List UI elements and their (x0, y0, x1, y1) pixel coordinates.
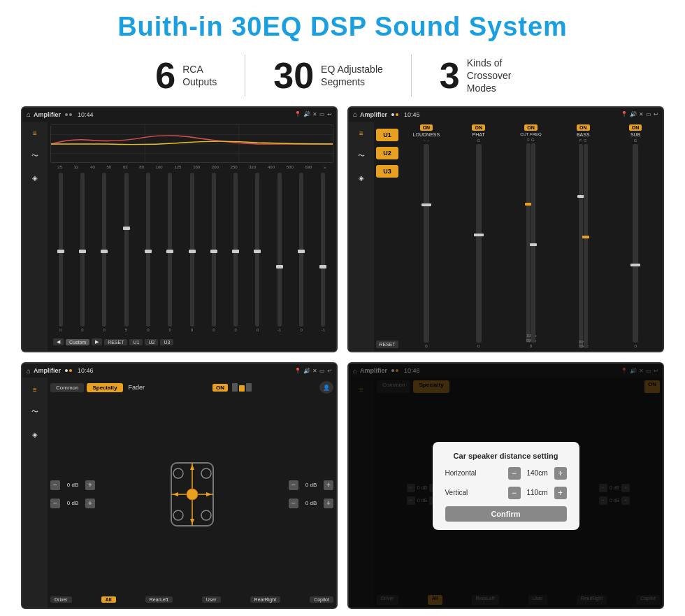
db1-minus[interactable]: − (50, 480, 60, 490)
bass-on[interactable]: ON (577, 124, 590, 131)
slider-track-13[interactable] (321, 173, 325, 327)
status-bar-eq: ⌂ Amplifier 10:44 📍 🔊 ✕ ▭ ↩ (22, 108, 336, 122)
u3-btn-eq[interactable]: U3 (160, 339, 173, 345)
screen-crossover: ⌂ Amplifier 10:45 📍 🔊 ✕ ▭ ↩ ≡ 〜 (347, 106, 664, 353)
db2-minus[interactable]: − (50, 499, 60, 508)
u3-btn-cross[interactable]: U3 (376, 165, 398, 178)
eq-slider-5: 0 (138, 173, 158, 333)
play-btn[interactable]: ▶ (92, 338, 102, 345)
cross-icon-3[interactable]: ◈ (354, 171, 369, 186)
cutfreq-name: CUT FREQ (520, 132, 542, 136)
reset-btn-cross[interactable]: RESET (376, 341, 398, 348)
sub-on[interactable]: ON (629, 124, 642, 131)
phat-track[interactable] (476, 144, 482, 343)
slider-track-2[interactable] (80, 173, 85, 327)
slider-track-5[interactable] (146, 173, 150, 327)
bass-track-f[interactable]: 90Hz 70kHz (579, 144, 583, 349)
cf-freq-2: 80kHz (526, 338, 531, 343)
tab-specialty[interactable]: Specialty (87, 383, 122, 392)
cross-icon-1[interactable]: ≡ (354, 126, 369, 141)
fader-on-badge[interactable]: ON (212, 384, 228, 392)
screen-eq: ⌂ Amplifier 10:44 📍 🔊 ✕ ▭ ↩ ≡ 〜 (21, 106, 338, 353)
db3-plus[interactable]: + (324, 480, 333, 490)
db3-minus[interactable]: − (289, 480, 298, 490)
slider-track-3[interactable] (102, 173, 106, 327)
back-icon-cross: ↩ (654, 111, 658, 117)
eq-icon-2[interactable]: 〜 (27, 148, 43, 164)
screen-dialog: ⌂ Amplifier 10:46 📍 🔊 ✕ ▭ ↩ ≡ (347, 362, 664, 609)
cross-icon-2[interactable]: 〜 (354, 148, 369, 164)
u2-btn-cross[interactable]: U2 (376, 147, 398, 159)
u1-btn-cross[interactable]: U1 (376, 129, 398, 141)
eq-sidebar: ≡ 〜 ◈ (22, 122, 48, 352)
all-btn[interactable]: All (101, 596, 116, 603)
u2-btn-eq[interactable]: U2 (145, 339, 158, 345)
copilot-btn[interactable]: Copilot (310, 596, 333, 603)
db3-value: 0 dB (301, 482, 321, 488)
driver-btn[interactable]: Driver (50, 596, 72, 603)
cf-track-g[interactable] (531, 143, 535, 343)
slider-track-12[interactable] (299, 173, 303, 327)
cf-freq-1: 100Hz (526, 334, 531, 338)
prev-btn[interactable]: ◀ (53, 338, 64, 345)
svg-point-13 (173, 468, 183, 478)
fader-main-area: Common Specialty Fader ON 👤 (48, 378, 336, 608)
slider-track-11[interactable] (277, 173, 282, 327)
loudness-label-g: ~ (423, 138, 426, 143)
db4-minus[interactable]: − (289, 499, 298, 508)
channel-phat: ON PHAT G 0 (454, 124, 504, 349)
eq-icon-1[interactable]: ≡ (27, 126, 43, 141)
loudness-track[interactable] (424, 144, 429, 343)
phat-val: 0 (477, 344, 480, 348)
slider-track-9[interactable] (233, 173, 238, 327)
reset-btn-eq[interactable]: RESET (104, 339, 127, 345)
fader-icon-2[interactable]: 〜 (27, 404, 43, 420)
eq-sliders: 0 0 0 5 0 0 0 0 0 0 -1 0 -1 (50, 171, 333, 334)
loudness-on[interactable]: ON (420, 124, 433, 131)
bass-freq2: 70kHz (579, 344, 583, 348)
fader-icon-1[interactable]: ≡ (27, 382, 43, 397)
dialog-horizontal-plus[interactable]: + (554, 467, 567, 480)
x-icon-eq: ✕ (312, 111, 317, 117)
db2-plus[interactable]: + (85, 499, 95, 508)
dialog-vertical-minus[interactable]: − (508, 487, 521, 499)
rearleft-btn[interactable]: RearLeft (145, 596, 173, 603)
dialog-horizontal-minus[interactable]: − (508, 467, 521, 480)
eq-icon-3[interactable]: ◈ (27, 171, 43, 186)
slider-track-10[interactable] (255, 173, 259, 327)
phat-on[interactable]: ON (472, 124, 485, 131)
tab-common[interactable]: Common (50, 383, 84, 392)
u-buttons-col: U1 U2 U3 RESET (376, 124, 398, 349)
app-name-cross: Amplifier (360, 111, 387, 118)
confirm-button[interactable]: Confirm (445, 506, 567, 522)
channel-bass: ON BASS FG 90Hz 70kHz (558, 124, 608, 349)
cutfreq-on[interactable]: ON (524, 124, 538, 131)
slider-track-1[interactable] (59, 173, 63, 327)
fader-bar-1 (232, 383, 238, 392)
bass-track-g[interactable] (584, 144, 588, 349)
phat-thumb (474, 234, 484, 236)
fader-icon-3[interactable]: ◈ (27, 427, 43, 442)
db-row-4: − 0 dB + (289, 497, 333, 510)
slider-track-4[interactable] (124, 173, 129, 327)
db2-value: 0 dB (63, 500, 82, 506)
user-btn[interactable]: User (202, 596, 221, 603)
eq-freq-labels: 25 32 40 50 63 80 100 125 160 200 250 32… (50, 165, 333, 169)
custom-btn[interactable]: Custom (66, 339, 89, 345)
batt-icon-eq: ▭ (319, 111, 325, 117)
db1-plus[interactable]: + (85, 480, 95, 490)
fader-avatar[interactable]: 👤 (319, 381, 333, 394)
eq-slider-13: -1 (313, 173, 333, 333)
time-fader: 10:46 (78, 367, 94, 374)
u1-btn-eq[interactable]: U1 (129, 339, 143, 345)
dialog-vertical-plus[interactable]: + (554, 487, 567, 499)
slider-track-6[interactable] (168, 173, 172, 327)
rearright-btn[interactable]: RearRight (250, 596, 281, 603)
slider-track-7[interactable] (190, 173, 194, 327)
loudness-thumb (421, 203, 431, 206)
sub-track[interactable] (633, 144, 638, 343)
db4-plus[interactable]: + (324, 499, 333, 508)
slider-track-8[interactable] (212, 173, 216, 327)
dot1 (65, 113, 68, 116)
bass-name: BASS (577, 132, 590, 137)
